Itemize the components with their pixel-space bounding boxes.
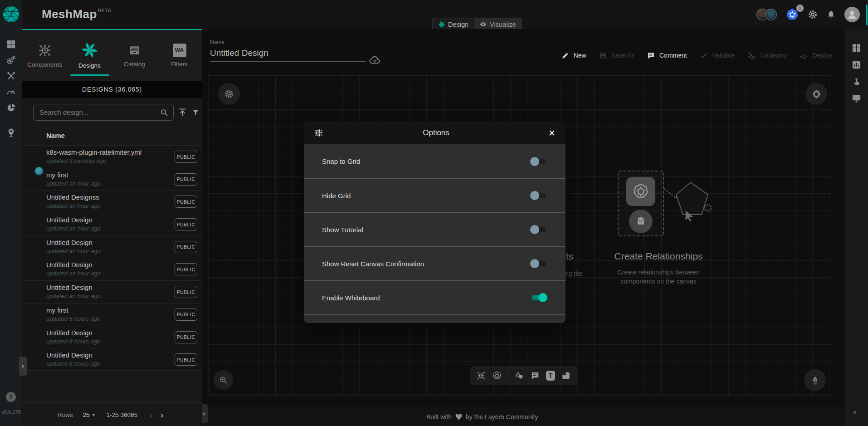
tab-design[interactable]: Design bbox=[433, 18, 474, 30]
show-tutorial-toggle[interactable] bbox=[530, 225, 547, 234]
design-row[interactable]: Untitled Design updated 8 hours ago PUBL… bbox=[22, 326, 202, 348]
nav-lifecycle[interactable] bbox=[6, 55, 16, 65]
nav-meshmap[interactable] bbox=[6, 127, 16, 138]
new-button[interactable]: New bbox=[561, 51, 586, 60]
bar-chart-icon bbox=[851, 59, 862, 70]
monitor-icon bbox=[851, 93, 862, 103]
enable-whiteboard-toggle[interactable] bbox=[530, 293, 547, 302]
notifications-button[interactable] bbox=[826, 10, 836, 20]
tab-catalog-label: Catalog bbox=[124, 61, 145, 68]
components-circuit-icon bbox=[476, 371, 486, 381]
option-label: Hide Grid bbox=[322, 192, 351, 200]
save-as-button[interactable]: Save As bbox=[599, 51, 634, 60]
dock-shapes-tool[interactable] bbox=[514, 371, 524, 381]
comment-button[interactable]: Comment bbox=[647, 51, 687, 60]
undeploy-button[interactable]: Undeploy bbox=[747, 51, 787, 60]
dock-components-tool[interactable] bbox=[476, 371, 486, 381]
kubernetes-context-button[interactable]: 1 bbox=[785, 8, 799, 21]
prev-page-button[interactable]: ‹ bbox=[149, 410, 153, 421]
deploy-button[interactable]: Deploy bbox=[799, 51, 832, 60]
whiteboard-pen-button[interactable] bbox=[804, 369, 826, 391]
collaborator-avatars[interactable] bbox=[756, 9, 777, 20]
design-row[interactable]: Untitled Designss updated an hour ago PU… bbox=[22, 190, 202, 213]
canvas-config-button[interactable] bbox=[218, 83, 240, 105]
design-row[interactable]: Untitled Design updated an hour ago PUBL… bbox=[22, 258, 202, 280]
analytics-button[interactable] bbox=[851, 59, 862, 70]
filter-list-button[interactable] bbox=[191, 108, 200, 117]
dock-divider bbox=[508, 370, 508, 381]
nav-dashboard[interactable] bbox=[6, 39, 16, 49]
tutorial-desc-line2: components on the canvas bbox=[602, 277, 715, 286]
visibility-badge: PUBLIC bbox=[175, 151, 197, 163]
designs-pinwheel-icon bbox=[81, 42, 98, 59]
visibility-badge: PUBLIC bbox=[175, 263, 197, 275]
pen-nib-icon bbox=[810, 375, 820, 386]
widgets-button[interactable] bbox=[851, 43, 862, 53]
design-row[interactable]: k8s-wasm-plugin-ratelimiter.yml updated … bbox=[22, 145, 202, 168]
dock-text-tool[interactable]: T bbox=[546, 371, 555, 381]
search-box bbox=[33, 104, 174, 121]
interaction-button[interactable] bbox=[851, 76, 862, 87]
settings-button[interactable] bbox=[808, 10, 818, 20]
options-modal-body: Snap to Grid Hide Grid Show Tutorial Sho… bbox=[304, 144, 566, 323]
dock-comment-tool[interactable] bbox=[530, 371, 540, 381]
validate-button[interactable]: Validate bbox=[699, 51, 735, 60]
tab-components[interactable]: Components bbox=[22, 30, 67, 81]
profile-avatar[interactable] bbox=[844, 7, 860, 22]
app-version: v0.6.176 bbox=[0, 409, 22, 415]
tab-filters-label: Filters bbox=[171, 61, 188, 68]
deploy-label: Deploy bbox=[812, 52, 832, 59]
import-design-button[interactable] bbox=[178, 108, 187, 117]
canvas-settings-button[interactable] bbox=[805, 83, 827, 105]
display-button[interactable] bbox=[851, 93, 862, 103]
option-snap-to-grid: Snap to Grid bbox=[304, 144, 566, 178]
check-icon bbox=[699, 51, 708, 60]
search-icon bbox=[160, 108, 169, 117]
zoom-in-button[interactable] bbox=[214, 370, 233, 390]
relationship-illustration bbox=[662, 179, 721, 229]
undeploy-label: Undeploy bbox=[760, 52, 787, 59]
tutorial-components-group bbox=[618, 171, 664, 236]
design-row[interactable]: Untitled Design updated 8 hours ago PUBL… bbox=[22, 348, 202, 371]
tools-icon bbox=[6, 71, 16, 81]
design-row[interactable]: my first updated an hour ago PUBLIC bbox=[22, 168, 202, 191]
rows-per-page-select[interactable]: 25 ▾ bbox=[83, 411, 95, 418]
option-label: Enable Whiteboard bbox=[322, 294, 380, 302]
tab-designs[interactable]: Designs bbox=[67, 30, 112, 81]
dock-media-tool[interactable] bbox=[561, 371, 571, 381]
design-name-field: Name bbox=[210, 39, 366, 62]
tab-filters[interactable]: WA Filters bbox=[157, 30, 202, 81]
options-modal: Options ✕ Snap to Grid Hide Grid Show Tu… bbox=[304, 122, 566, 323]
tab-visualize-label: Visualize bbox=[490, 21, 516, 28]
tab-visualize[interactable]: Visualize bbox=[474, 18, 522, 30]
service-mesh-node bbox=[629, 210, 653, 233]
next-page-button[interactable]: › bbox=[160, 410, 164, 421]
design-row[interactable]: Untitled Design updated an hour ago PUBL… bbox=[22, 235, 202, 258]
design-row[interactable]: Untitled Design updated an hour ago PUBL… bbox=[22, 280, 202, 303]
layer5-logo[interactable] bbox=[2, 5, 20, 23]
nav-performance[interactable] bbox=[6, 87, 16, 97]
search-input[interactable] bbox=[34, 104, 173, 120]
help-button[interactable]: ? bbox=[6, 392, 16, 402]
close-icon[interactable]: ✕ bbox=[548, 128, 556, 138]
search-row bbox=[22, 98, 202, 126]
hide-grid-toggle[interactable] bbox=[530, 191, 547, 200]
design-row[interactable]: Untitled Design updated an hour ago PUBL… bbox=[22, 213, 202, 235]
designs-count-header: DESIGNS (36,065) bbox=[22, 81, 202, 98]
wasm-filters-icon: WA bbox=[173, 44, 186, 57]
expand-drawer-button[interactable]: › bbox=[19, 357, 27, 376]
chevron-right-icon: › bbox=[22, 362, 24, 370]
dock-kubernetes-tool[interactable] bbox=[492, 371, 502, 381]
tab-catalog[interactable]: Catalog bbox=[112, 30, 157, 81]
nav-extensions[interactable] bbox=[6, 103, 16, 113]
collapse-right-button[interactable]: ‹ bbox=[853, 407, 856, 416]
design-name-input[interactable] bbox=[210, 45, 366, 62]
gear-icon bbox=[811, 89, 822, 99]
shapes-icon bbox=[514, 371, 524, 381]
nav-configuration[interactable] bbox=[6, 71, 16, 81]
design-name: Untitled Design bbox=[46, 239, 169, 246]
design-row[interactable]: my first updated 6 hours ago PUBLIC bbox=[22, 303, 202, 326]
show-reset-canvas-confirmation-toggle[interactable] bbox=[530, 259, 547, 268]
snap-to-grid-toggle[interactable] bbox=[530, 157, 547, 166]
visibility-badge: PUBLIC bbox=[175, 241, 197, 253]
